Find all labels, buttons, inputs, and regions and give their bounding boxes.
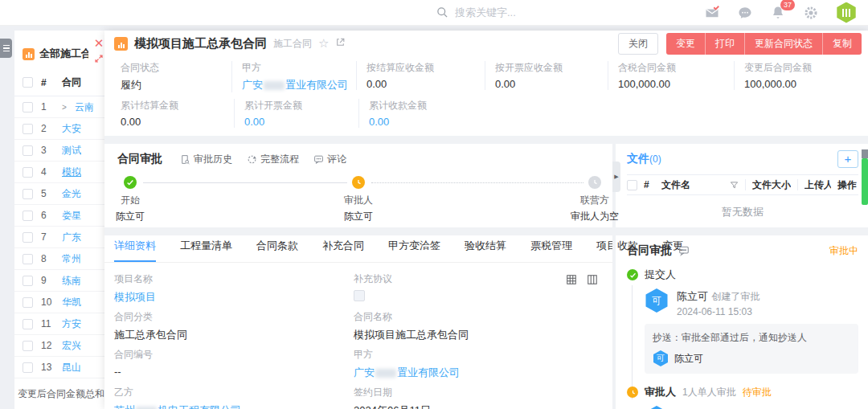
table-row[interactable]: 7广东 (14, 227, 104, 248)
row-checkbox[interactable] (23, 167, 33, 178)
expand-icon[interactable] (88, 51, 104, 67)
column-view-icon[interactable] (587, 274, 598, 285)
contract-name-link[interactable]: 大安 (62, 122, 81, 136)
sidebar-toggle-handle[interactable] (0, 39, 12, 58)
table-row[interactable]: 3测试 (14, 140, 104, 162)
field-label: 累计收款金额 (369, 99, 862, 112)
table-row[interactable]: 12宏兴 (14, 335, 104, 357)
table-row[interactable]: 8常州 (14, 248, 104, 270)
tab-票税管理[interactable]: 票税管理 (530, 239, 572, 262)
contract-name-link[interactable]: 娄星 (62, 209, 81, 223)
approval-history-link[interactable]: 审批历史 (180, 153, 232, 166)
action-button-更新合同状态[interactable]: 更新合同状态 (745, 33, 823, 55)
contract-name-link[interactable]: 练南 (62, 274, 81, 288)
field-value[interactable]: 0.00 (369, 116, 862, 128)
action-button-复制[interactable]: 复制 (823, 33, 862, 55)
row-checkbox[interactable] (23, 254, 33, 264)
tab-合同条款[interactable]: 合同条款 (256, 239, 298, 262)
check-icon (627, 269, 638, 280)
tab-详细资料[interactable]: 详细资料 (114, 239, 156, 262)
expand-caret-icon[interactable]: > (62, 103, 67, 112)
scrollbar-thumb[interactable] (862, 158, 868, 205)
tab-工程量清单[interactable]: 工程量清单 (180, 239, 232, 262)
contract-name-link[interactable]: 方安 (62, 317, 81, 331)
row-checkbox[interactable] (23, 232, 33, 243)
supplement-checkbox[interactable] (354, 290, 365, 301)
tab-补充合同[interactable]: 补充合同 (322, 239, 364, 262)
grid-view-icon[interactable] (566, 274, 577, 285)
filter-funnel-icon[interactable] (730, 181, 739, 190)
row-checkbox[interactable] (23, 102, 33, 112)
contract-name-link[interactable]: 常州 (62, 252, 81, 266)
table-row[interactable]: 2大安 (14, 118, 104, 140)
contract-name-link[interactable]: 测试 (62, 144, 81, 157)
select-all-checkbox[interactable] (23, 77, 33, 88)
field-value: 100,000.00 (618, 78, 737, 90)
close-button[interactable]: 关闭 (618, 33, 658, 55)
field-value: 100,000.00 (744, 78, 862, 90)
field-value[interactable]: 0.00 (244, 116, 362, 128)
add-file-button[interactable]: + (837, 150, 858, 168)
table-row[interactable]: 1>云南 (14, 96, 104, 118)
row-checkbox[interactable] (23, 362, 33, 373)
contract-name-link[interactable]: 昆山 (62, 361, 81, 374)
row-checkbox[interactable] (23, 124, 33, 134)
contract-name-link[interactable]: 云南 (75, 100, 94, 114)
row-number: 6 (41, 210, 54, 221)
full-flow-link[interactable]: 完整流程 (247, 153, 299, 166)
list-header: # 合同 (14, 69, 104, 96)
files-select-all-checkbox[interactable] (627, 180, 637, 190)
row-checkbox[interactable] (23, 341, 33, 351)
table-row[interactable]: 11方安 (14, 313, 104, 335)
field-value[interactable]: 广安置业有限公司 (354, 366, 612, 380)
settings-gear-icon[interactable] (803, 5, 819, 21)
table-row[interactable]: 13昆山 (14, 357, 104, 378)
messages-icon[interactable] (737, 5, 753, 21)
tab-验收结算[interactable]: 验收结算 (465, 239, 506, 262)
close-icon[interactable]: ✕ (88, 35, 104, 51)
action-button-打印[interactable]: 打印 (706, 33, 745, 55)
open-external-icon[interactable] (335, 36, 346, 51)
user-avatar[interactable] (836, 2, 857, 23)
row-checkbox[interactable] (23, 145, 33, 156)
tab-甲方变洽签[interactable]: 甲方变洽签 (388, 239, 440, 262)
field-value[interactable]: 广安置业有限公司 (242, 78, 359, 92)
row-checkbox[interactable] (23, 297, 33, 308)
row-number: 2 (41, 123, 54, 134)
comment-link[interactable]: 评论 (313, 153, 346, 166)
row-checkbox[interactable] (23, 189, 33, 199)
submitter-action: 创建了审批 (711, 291, 760, 302)
table-row[interactable]: 4模拟 (14, 162, 104, 183)
panel-collapse-handle[interactable]: ▶ (612, 162, 620, 192)
row-checkbox[interactable] (23, 211, 33, 221)
notifications-icon[interactable]: 37 (770, 5, 786, 21)
contract-name-link[interactable]: 华凯 (62, 296, 81, 309)
scrollbar-track (862, 149, 868, 158)
files-col-number: # (644, 179, 655, 190)
row-checkbox[interactable] (23, 319, 33, 329)
approver-label: 审批人 (645, 385, 676, 399)
comment-icon[interactable] (678, 245, 690, 256)
field-value[interactable]: 模拟项目 (114, 290, 354, 305)
contract-name-link[interactable]: 模拟 (62, 166, 81, 179)
comment-icon (313, 154, 324, 165)
table-row[interactable]: 10华凯 (14, 292, 104, 313)
contract-name-link[interactable]: 广东 (62, 231, 81, 244)
row-number: 12 (41, 340, 54, 351)
detail-field: 签约日期2024年06月11日 (354, 386, 612, 409)
field-value[interactable]: 苏州机电工程有限公司 (114, 403, 354, 409)
contract-name-link[interactable]: 宏兴 (62, 339, 81, 353)
table-row[interactable]: 9练南 (14, 270, 104, 292)
row-checkbox[interactable] (23, 276, 33, 286)
col-number: # (41, 77, 54, 88)
redacted-text (264, 81, 285, 90)
cc-note-box: 抄送：审批全部通过后，通知抄送人 可 陈立可 (645, 324, 858, 374)
contract-name-link[interactable]: 金光 (62, 187, 81, 201)
field-label: 乙方 (114, 386, 354, 399)
favorite-star-icon[interactable]: ☆ (318, 36, 329, 51)
search-input[interactable] (455, 6, 575, 18)
action-button-变更[interactable]: 变更 (666, 33, 706, 55)
cc-note: 抄送：审批全部通过后，通知抄送人 (653, 331, 850, 345)
mail-icon[interactable] (704, 5, 720, 21)
approver-mode: 1人单人审批 (682, 386, 736, 399)
